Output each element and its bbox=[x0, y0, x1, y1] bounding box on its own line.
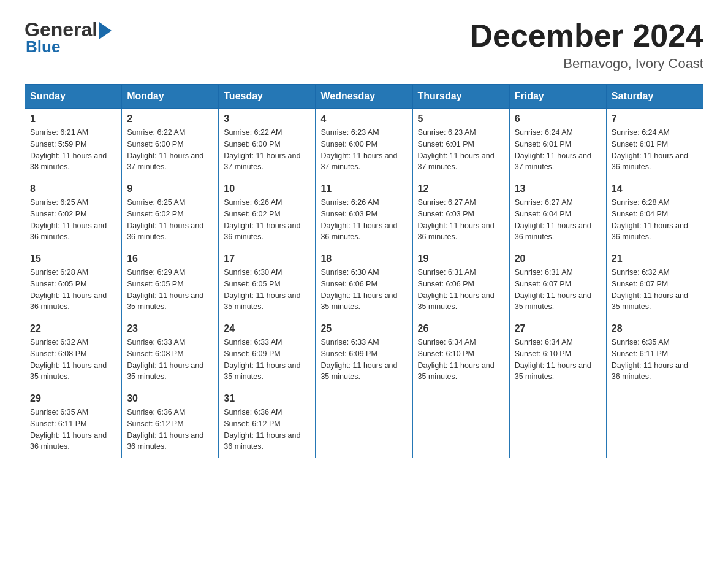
day-info: Sunrise: 6:30 AMSunset: 6:05 PMDaylight:… bbox=[224, 267, 310, 313]
day-number: 8 bbox=[30, 183, 116, 194]
calendar-cell: 16Sunrise: 6:29 AMSunset: 6:05 PMDayligh… bbox=[122, 248, 219, 318]
calendar-cell: 14Sunrise: 6:28 AMSunset: 6:04 PMDayligh… bbox=[606, 178, 703, 248]
day-info: Sunrise: 6:24 AMSunset: 6:01 PMDaylight:… bbox=[515, 127, 601, 173]
calendar-cell bbox=[412, 388, 509, 458]
calendar-header-row: SundayMondayTuesdayWednesdayThursdayFrid… bbox=[25, 85, 703, 109]
day-info: Sunrise: 6:29 AMSunset: 6:05 PMDaylight:… bbox=[127, 267, 213, 313]
day-info: Sunrise: 6:27 AMSunset: 6:03 PMDaylight:… bbox=[418, 197, 504, 243]
day-number: 30 bbox=[127, 393, 213, 404]
day-info: Sunrise: 6:31 AMSunset: 6:06 PMDaylight:… bbox=[418, 267, 504, 313]
calendar-cell: 9Sunrise: 6:25 AMSunset: 6:02 PMDaylight… bbox=[122, 178, 219, 248]
col-header-friday: Friday bbox=[509, 85, 606, 109]
calendar-week-row: 29Sunrise: 6:35 AMSunset: 6:11 PMDayligh… bbox=[25, 388, 703, 458]
day-info: Sunrise: 6:33 AMSunset: 6:08 PMDaylight:… bbox=[127, 337, 213, 383]
day-info: Sunrise: 6:24 AMSunset: 6:01 PMDaylight:… bbox=[612, 127, 698, 173]
day-info: Sunrise: 6:36 AMSunset: 6:12 PMDaylight:… bbox=[224, 407, 310, 453]
day-info: Sunrise: 6:21 AMSunset: 5:59 PMDaylight:… bbox=[30, 127, 116, 173]
calendar-cell: 12Sunrise: 6:27 AMSunset: 6:03 PMDayligh… bbox=[412, 178, 509, 248]
calendar-cell: 19Sunrise: 6:31 AMSunset: 6:06 PMDayligh… bbox=[412, 248, 509, 318]
calendar-cell: 26Sunrise: 6:34 AMSunset: 6:10 PMDayligh… bbox=[412, 318, 509, 388]
day-number: 14 bbox=[612, 183, 698, 194]
calendar-cell: 23Sunrise: 6:33 AMSunset: 6:08 PMDayligh… bbox=[122, 318, 219, 388]
day-info: Sunrise: 6:23 AMSunset: 6:01 PMDaylight:… bbox=[418, 127, 504, 173]
calendar-cell: 7Sunrise: 6:24 AMSunset: 6:01 PMDaylight… bbox=[606, 109, 703, 178]
day-info: Sunrise: 6:22 AMSunset: 6:00 PMDaylight:… bbox=[224, 127, 310, 173]
day-number: 10 bbox=[224, 183, 310, 194]
calendar-cell: 2Sunrise: 6:22 AMSunset: 6:00 PMDaylight… bbox=[122, 109, 219, 178]
day-number: 28 bbox=[612, 323, 698, 334]
day-info: Sunrise: 6:25 AMSunset: 6:02 PMDaylight:… bbox=[127, 197, 213, 243]
calendar-cell: 11Sunrise: 6:26 AMSunset: 6:03 PMDayligh… bbox=[316, 178, 412, 248]
calendar-cell: 3Sunrise: 6:22 AMSunset: 6:00 PMDaylight… bbox=[219, 109, 316, 178]
day-number: 9 bbox=[127, 183, 213, 194]
month-title: December 2024 bbox=[469, 18, 703, 53]
day-number: 6 bbox=[515, 113, 601, 124]
day-number: 29 bbox=[30, 393, 116, 404]
calendar-table: SundayMondayTuesdayWednesdayThursdayFrid… bbox=[25, 84, 703, 458]
day-number: 15 bbox=[30, 253, 116, 264]
day-number: 1 bbox=[30, 113, 116, 124]
location-text: Bemavogo, Ivory Coast bbox=[469, 56, 703, 72]
day-number: 25 bbox=[320, 323, 407, 334]
calendar-cell bbox=[606, 388, 703, 458]
calendar-cell: 15Sunrise: 6:28 AMSunset: 6:05 PMDayligh… bbox=[25, 248, 122, 318]
calendar-cell: 20Sunrise: 6:31 AMSunset: 6:07 PMDayligh… bbox=[509, 248, 606, 318]
day-info: Sunrise: 6:22 AMSunset: 6:00 PMDaylight:… bbox=[127, 127, 213, 173]
calendar-cell: 5Sunrise: 6:23 AMSunset: 6:01 PMDaylight… bbox=[412, 109, 509, 178]
day-info: Sunrise: 6:34 AMSunset: 6:10 PMDaylight:… bbox=[515, 337, 601, 383]
day-info: Sunrise: 6:33 AMSunset: 6:09 PMDaylight:… bbox=[320, 337, 407, 383]
day-number: 27 bbox=[515, 323, 601, 334]
day-number: 23 bbox=[127, 323, 213, 334]
day-number: 18 bbox=[320, 253, 407, 264]
calendar-week-row: 22Sunrise: 6:32 AMSunset: 6:08 PMDayligh… bbox=[25, 318, 703, 388]
day-number: 7 bbox=[612, 113, 698, 124]
calendar-week-row: 15Sunrise: 6:28 AMSunset: 6:05 PMDayligh… bbox=[25, 248, 703, 318]
calendar-cell: 24Sunrise: 6:33 AMSunset: 6:09 PMDayligh… bbox=[219, 318, 316, 388]
calendar-week-row: 8Sunrise: 6:25 AMSunset: 6:02 PMDaylight… bbox=[25, 178, 703, 248]
calendar-cell: 10Sunrise: 6:26 AMSunset: 6:02 PMDayligh… bbox=[219, 178, 316, 248]
day-number: 3 bbox=[224, 113, 310, 124]
calendar-cell: 4Sunrise: 6:23 AMSunset: 6:00 PMDaylight… bbox=[316, 109, 412, 178]
calendar-cell: 29Sunrise: 6:35 AMSunset: 6:11 PMDayligh… bbox=[25, 388, 122, 458]
calendar-cell bbox=[509, 388, 606, 458]
calendar-cell: 30Sunrise: 6:36 AMSunset: 6:12 PMDayligh… bbox=[122, 388, 219, 458]
calendar-cell: 21Sunrise: 6:32 AMSunset: 6:07 PMDayligh… bbox=[606, 248, 703, 318]
day-info: Sunrise: 6:34 AMSunset: 6:10 PMDaylight:… bbox=[418, 337, 504, 383]
calendar-cell: 22Sunrise: 6:32 AMSunset: 6:08 PMDayligh… bbox=[25, 318, 122, 388]
calendar-week-row: 1Sunrise: 6:21 AMSunset: 5:59 PMDaylight… bbox=[25, 109, 703, 178]
col-header-monday: Monday bbox=[122, 85, 219, 109]
day-number: 20 bbox=[515, 253, 601, 264]
day-info: Sunrise: 6:28 AMSunset: 6:04 PMDaylight:… bbox=[612, 197, 698, 243]
col-header-thursday: Thursday bbox=[412, 85, 509, 109]
day-info: Sunrise: 6:33 AMSunset: 6:09 PMDaylight:… bbox=[224, 337, 310, 383]
calendar-cell: 8Sunrise: 6:25 AMSunset: 6:02 PMDaylight… bbox=[25, 178, 122, 248]
day-info: Sunrise: 6:30 AMSunset: 6:06 PMDaylight:… bbox=[320, 267, 407, 313]
col-header-saturday: Saturday bbox=[606, 85, 703, 109]
day-info: Sunrise: 6:32 AMSunset: 6:07 PMDaylight:… bbox=[612, 267, 698, 313]
day-number: 26 bbox=[418, 323, 504, 334]
calendar-cell: 31Sunrise: 6:36 AMSunset: 6:12 PMDayligh… bbox=[219, 388, 316, 458]
day-info: Sunrise: 6:36 AMSunset: 6:12 PMDaylight:… bbox=[127, 407, 213, 453]
day-info: Sunrise: 6:23 AMSunset: 6:00 PMDaylight:… bbox=[320, 127, 407, 173]
day-number: 17 bbox=[224, 253, 310, 264]
day-number: 12 bbox=[418, 183, 504, 194]
day-info: Sunrise: 6:26 AMSunset: 6:02 PMDaylight:… bbox=[224, 197, 310, 243]
calendar-cell: 6Sunrise: 6:24 AMSunset: 6:01 PMDaylight… bbox=[509, 109, 606, 178]
day-info: Sunrise: 6:25 AMSunset: 6:02 PMDaylight:… bbox=[30, 197, 116, 243]
col-header-sunday: Sunday bbox=[25, 85, 122, 109]
calendar-cell bbox=[316, 388, 412, 458]
day-info: Sunrise: 6:28 AMSunset: 6:05 PMDaylight:… bbox=[30, 267, 116, 313]
calendar-cell: 13Sunrise: 6:27 AMSunset: 6:04 PMDayligh… bbox=[509, 178, 606, 248]
day-number: 5 bbox=[418, 113, 504, 124]
page-header: General Blue December 2024 Bemavogo, Ivo… bbox=[25, 18, 703, 72]
calendar-cell: 18Sunrise: 6:30 AMSunset: 6:06 PMDayligh… bbox=[316, 248, 412, 318]
calendar-cell: 17Sunrise: 6:30 AMSunset: 6:05 PMDayligh… bbox=[219, 248, 316, 318]
col-header-tuesday: Tuesday bbox=[219, 85, 316, 109]
day-info: Sunrise: 6:32 AMSunset: 6:08 PMDaylight:… bbox=[30, 337, 116, 383]
col-header-wednesday: Wednesday bbox=[316, 85, 412, 109]
day-number: 24 bbox=[224, 323, 310, 334]
day-info: Sunrise: 6:27 AMSunset: 6:04 PMDaylight:… bbox=[515, 197, 601, 243]
logo-blue-text: Blue bbox=[26, 37, 60, 56]
calendar-cell: 1Sunrise: 6:21 AMSunset: 5:59 PMDaylight… bbox=[25, 109, 122, 178]
day-info: Sunrise: 6:35 AMSunset: 6:11 PMDaylight:… bbox=[30, 407, 116, 453]
